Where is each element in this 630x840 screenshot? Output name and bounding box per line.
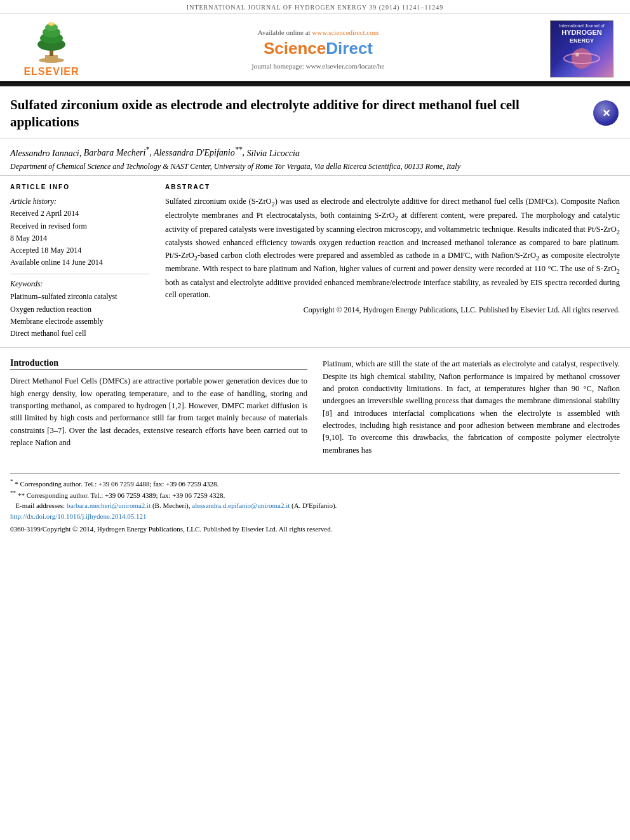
keywords-label: Keywords: [10,279,150,289]
journal-header: ELSEVIER Available online at www.science… [0,14,630,83]
elsevier-logo: ELSEVIER [23,20,79,77]
issn-line: 0360-3199/Copyright © 2014, Hydrogen Ene… [10,524,620,535]
svg-point-8 [50,22,53,25]
article-info-abstract-section: ARTICLE INFO Article history: Received 2… [0,176,630,348]
abstract-column: ABSTRACT Sulfated zirconium oxide (S-ZrO… [165,183,620,340]
journal-title-bar: INTERNATIONAL JOURNAL OF HYDROGEN ENERGY… [187,4,443,11]
accepted: Accepted 18 May 2014 [10,244,150,257]
crossmark-badge[interactable] [592,99,620,127]
keyword-3: Membrane electrode assembly [10,316,150,328]
available: Available online 14 June 2014 [10,257,150,269]
footnotes-section: * * Corresponding author. Tel.: +39 06 7… [10,473,620,535]
footnote-corresponding2: ** ** Corresponding author. Tel.: +39 06… [10,489,620,500]
received2-date: 8 May 2014 [10,232,150,244]
main-body: Introduction Direct Methanol Fuel Cells … [0,348,630,467]
body-right-column: Platinum, which are still the state of t… [323,358,620,457]
crossmark-icon [593,100,619,126]
footnote-doi: http://dx.doi.org/10.1016/j.ijhydene.201… [10,511,620,522]
email-mecheri[interactable]: barbara.mecheri@uniroma2.it [67,502,151,509]
author-depifanio: Alessandra D'Epifanio**, [154,148,246,157]
author-iannaci: Alessandro Iannaci, [10,148,84,157]
keyword-1: Platinum–sulfated zirconia catalyst [10,291,150,303]
article-title-section: Sulfated zirconium oxide as electrode an… [0,86,630,138]
received2-label: Received in revised form [10,220,150,232]
intro-text-right: Platinum, which are still the state of t… [323,358,620,457]
body-left-column: Introduction Direct Methanol Fuel Cells … [10,358,307,457]
copyright-text: Copyright © 2014, Hydrogen Energy Public… [165,305,620,315]
header-center-section: Available online at www.sciencedirect.co… [93,20,544,77]
journal-homepage: journal homepage: www.elsevier.com/locat… [252,62,385,70]
elsevier-logo-section: ELSEVIER [10,20,93,77]
email-epifanio[interactable]: alessandra.d.epifanio@uniroma2.it [192,502,290,509]
affiliation: Department of Chemical Science and Techn… [10,162,620,171]
info-divider [10,274,150,274]
sciencedirect-logo: ScienceDirect [264,39,373,58]
svg-point-9 [572,48,592,69]
author-mecheri: Barbara Mecheri*, [84,148,154,157]
article-history: Article history: [10,196,150,208]
doi-link[interactable]: http://dx.doi.org/10.1016/j.ijhydene.201… [10,512,147,520]
elsevier-brand-text: ELSEVIER [23,66,79,77]
author-licoccia: Silvia Licoccia [246,148,300,157]
journal-cover-image: International Journal of HYDROGEN ENERGY [550,20,613,77]
journal-cover-title: International Journal of HYDROGEN ENERGY [559,23,604,44]
sciencedirect-direct: Direct [326,39,373,58]
sciencedirect-url[interactable]: www.sciencedirect.com [312,29,379,36]
article-title: Sulfated zirconium oxide as electrode an… [10,97,586,131]
journal-header-bar: INTERNATIONAL JOURNAL OF HYDROGEN ENERGY… [0,0,630,14]
authors-section: Alessandro Iannaci, Barbara Mecheri*, Al… [0,138,630,177]
article-info-column: ARTICLE INFO Article history: Received 2… [10,183,150,340]
received1: Received 2 April 2014 [10,208,150,220]
authors-list: Alessandro Iannaci, Barbara Mecheri*, Al… [10,145,620,160]
two-col-body: Introduction Direct Methanol Fuel Cells … [10,358,620,457]
available-online-text: Available online at www.sciencedirect.co… [258,29,379,36]
abstract-text: Sulfated zirconium oxide (S-ZrO2) was us… [165,196,620,301]
intro-title: Introduction [10,358,307,370]
svg-point-1 [39,58,64,63]
footnote-corresponding1: * * Corresponding author. Tel.: +39 06 7… [10,477,620,489]
keyword-2: Oxygen reduction reaction [10,303,150,316]
page: INTERNATIONAL JOURNAL OF HYDROGEN ENERGY… [0,0,630,840]
article-info-label: ARTICLE INFO [10,183,150,190]
footnote-emails: E-mail addresses: barbara.mecheri@unirom… [10,500,620,511]
abstract-label: ABSTRACT [165,183,620,190]
history-label: Article history: [10,197,57,206]
elsevier-tree-icon [26,20,77,65]
keyword-4: Direct methanol fuel cell [10,328,150,340]
svg-point-11 [575,53,579,57]
article-title-container: Sulfated zirconium oxide as electrode an… [10,97,586,131]
sciencedirect-sci: Science [264,39,326,58]
intro-text-left: Direct Methanol Fuel Cells (DMFCs) are a… [10,375,307,449]
journal-cover-section: International Journal of HYDROGEN ENERGY [544,20,620,77]
cover-decoration [560,45,604,72]
